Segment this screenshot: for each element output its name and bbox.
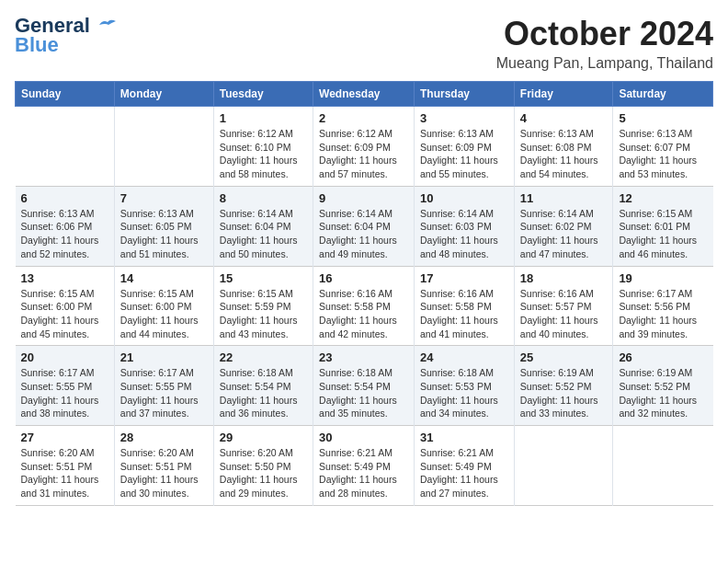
day-info: Sunrise: 6:13 AM Sunset: 6:07 PM Dayligh… [619,127,707,181]
day-number: 9 [319,191,408,205]
day-info: Sunrise: 6:21 AM Sunset: 5:49 PM Dayligh… [420,446,508,500]
day-info: Sunrise: 6:15 AM Sunset: 6:00 PM Dayligh… [21,287,108,341]
day-info: Sunrise: 6:14 AM Sunset: 6:03 PM Dayligh… [420,207,508,261]
calendar-cell [514,426,613,506]
day-number: 17 [420,271,508,285]
calendar-cell: 24Sunrise: 6:18 AM Sunset: 5:53 PM Dayli… [415,346,515,426]
calendar-cell: 22Sunrise: 6:18 AM Sunset: 5:54 PM Dayli… [213,346,313,426]
calendar-cell: 1Sunrise: 6:12 AM Sunset: 6:10 PM Daylig… [213,107,313,187]
calendar-cell: 18Sunrise: 6:16 AM Sunset: 5:57 PM Dayli… [514,266,613,346]
day-number: 1 [220,111,307,125]
day-number: 2 [319,111,408,125]
logo-bird-icon [97,17,118,32]
day-number: 26 [619,350,707,364]
calendar-cell: 29Sunrise: 6:20 AM Sunset: 5:50 PM Dayli… [213,426,313,506]
calendar-cell: 9Sunrise: 6:14 AM Sunset: 6:04 PM Daylig… [313,186,415,266]
calendar-cell: 27Sunrise: 6:20 AM Sunset: 5:51 PM Dayli… [16,426,115,506]
calendar-cell: 3Sunrise: 6:13 AM Sunset: 6:09 PM Daylig… [415,107,515,187]
calendar-week-5: 27Sunrise: 6:20 AM Sunset: 5:51 PM Dayli… [16,426,713,506]
day-number: 5 [619,111,707,125]
day-number: 21 [120,350,208,364]
calendar-cell: 16Sunrise: 6:16 AM Sunset: 5:58 PM Dayli… [313,266,415,346]
day-info: Sunrise: 6:16 AM Sunset: 5:58 PM Dayligh… [420,287,508,341]
calendar-cell: 8Sunrise: 6:14 AM Sunset: 6:04 PM Daylig… [213,186,313,266]
day-number: 22 [220,350,307,364]
calendar-cell: 5Sunrise: 6:13 AM Sunset: 6:07 PM Daylig… [613,107,713,187]
day-number: 6 [21,191,108,205]
calendar-week-4: 20Sunrise: 6:17 AM Sunset: 5:55 PM Dayli… [16,346,713,426]
day-info: Sunrise: 6:13 AM Sunset: 6:05 PM Dayligh… [120,207,208,261]
day-number: 10 [420,191,508,205]
day-info: Sunrise: 6:14 AM Sunset: 6:02 PM Dayligh… [520,207,608,261]
calendar-cell: 21Sunrise: 6:17 AM Sunset: 5:55 PM Dayli… [114,346,213,426]
title-block: October 2024 Mueang Pan, Lampang, Thaila… [496,15,713,72]
day-info: Sunrise: 6:18 AM Sunset: 5:54 PM Dayligh… [319,366,408,420]
day-info: Sunrise: 6:21 AM Sunset: 5:49 PM Dayligh… [319,446,408,500]
calendar-cell [613,426,713,506]
day-number: 25 [520,350,608,364]
day-number: 23 [319,350,408,364]
calendar-table: SundayMondayTuesdayWednesdayThursdayFrid… [15,81,713,506]
weekday-header-sunday: Sunday [16,82,115,107]
calendar-cell: 12Sunrise: 6:15 AM Sunset: 6:01 PM Dayli… [613,186,713,266]
logo-blue: Blue [15,33,59,57]
day-info: Sunrise: 6:15 AM Sunset: 5:59 PM Dayligh… [220,287,307,341]
weekday-header-wednesday: Wednesday [313,82,415,107]
weekday-header-saturday: Saturday [613,82,713,107]
day-info: Sunrise: 6:15 AM Sunset: 6:01 PM Dayligh… [619,207,707,261]
day-info: Sunrise: 6:12 AM Sunset: 6:09 PM Dayligh… [319,127,408,181]
calendar-week-3: 13Sunrise: 6:15 AM Sunset: 6:00 PM Dayli… [16,266,713,346]
day-info: Sunrise: 6:12 AM Sunset: 6:10 PM Dayligh… [220,127,307,181]
calendar-cell: 30Sunrise: 6:21 AM Sunset: 5:49 PM Dayli… [313,426,415,506]
day-number: 28 [120,431,208,444]
day-info: Sunrise: 6:17 AM Sunset: 5:55 PM Dayligh… [21,366,108,420]
weekday-header-thursday: Thursday [415,82,515,107]
calendar-cell: 2Sunrise: 6:12 AM Sunset: 6:09 PM Daylig… [313,107,415,187]
day-number: 30 [319,431,408,444]
day-info: Sunrise: 6:18 AM Sunset: 5:53 PM Dayligh… [420,366,508,420]
calendar-cell [16,107,115,187]
day-info: Sunrise: 6:20 AM Sunset: 5:50 PM Dayligh… [220,446,307,500]
day-info: Sunrise: 6:13 AM Sunset: 6:08 PM Dayligh… [520,127,608,181]
calendar-cell: 20Sunrise: 6:17 AM Sunset: 5:55 PM Dayli… [16,346,115,426]
day-info: Sunrise: 6:14 AM Sunset: 6:04 PM Dayligh… [220,207,307,261]
day-info: Sunrise: 6:20 AM Sunset: 5:51 PM Dayligh… [120,446,208,500]
calendar-cell [114,107,213,187]
day-number: 29 [220,431,307,444]
day-number: 15 [220,271,307,285]
day-number: 13 [21,271,108,285]
day-number: 24 [420,350,508,364]
day-info: Sunrise: 6:19 AM Sunset: 5:52 PM Dayligh… [619,366,707,420]
calendar-cell: 17Sunrise: 6:16 AM Sunset: 5:58 PM Dayli… [415,266,515,346]
calendar-cell: 6Sunrise: 6:13 AM Sunset: 6:06 PM Daylig… [16,186,115,266]
day-info: Sunrise: 6:16 AM Sunset: 5:58 PM Dayligh… [319,287,408,341]
day-number: 3 [420,111,508,125]
month-title: October 2024 [496,15,713,53]
day-info: Sunrise: 6:13 AM Sunset: 6:09 PM Dayligh… [420,127,508,181]
day-info: Sunrise: 6:17 AM Sunset: 5:56 PM Dayligh… [619,287,707,341]
day-number: 11 [520,191,608,205]
day-number: 12 [619,191,707,205]
day-info: Sunrise: 6:15 AM Sunset: 6:00 PM Dayligh… [120,287,208,341]
day-number: 14 [120,271,208,285]
weekday-header-tuesday: Tuesday [213,82,313,107]
day-info: Sunrise: 6:20 AM Sunset: 5:51 PM Dayligh… [21,446,108,500]
day-number: 16 [319,271,408,285]
calendar-cell: 26Sunrise: 6:19 AM Sunset: 5:52 PM Dayli… [613,346,713,426]
calendar-week-2: 6Sunrise: 6:13 AM Sunset: 6:06 PM Daylig… [16,186,713,266]
day-info: Sunrise: 6:18 AM Sunset: 5:54 PM Dayligh… [220,366,307,420]
location-title: Mueang Pan, Lampang, Thailand [496,55,713,72]
logo: General Blue [15,15,118,57]
calendar-cell: 28Sunrise: 6:20 AM Sunset: 5:51 PM Dayli… [114,426,213,506]
day-number: 27 [21,431,108,444]
calendar-cell: 4Sunrise: 6:13 AM Sunset: 6:08 PM Daylig… [514,107,613,187]
day-info: Sunrise: 6:13 AM Sunset: 6:06 PM Dayligh… [21,207,108,261]
calendar-week-1: 1Sunrise: 6:12 AM Sunset: 6:10 PM Daylig… [16,107,713,187]
day-number: 31 [420,431,508,444]
calendar-cell: 23Sunrise: 6:18 AM Sunset: 5:54 PM Dayli… [313,346,415,426]
day-number: 19 [619,271,707,285]
calendar-cell: 19Sunrise: 6:17 AM Sunset: 5:56 PM Dayli… [613,266,713,346]
weekday-header-row: SundayMondayTuesdayWednesdayThursdayFrid… [16,82,713,107]
day-number: 4 [520,111,608,125]
day-info: Sunrise: 6:19 AM Sunset: 5:52 PM Dayligh… [520,366,608,420]
